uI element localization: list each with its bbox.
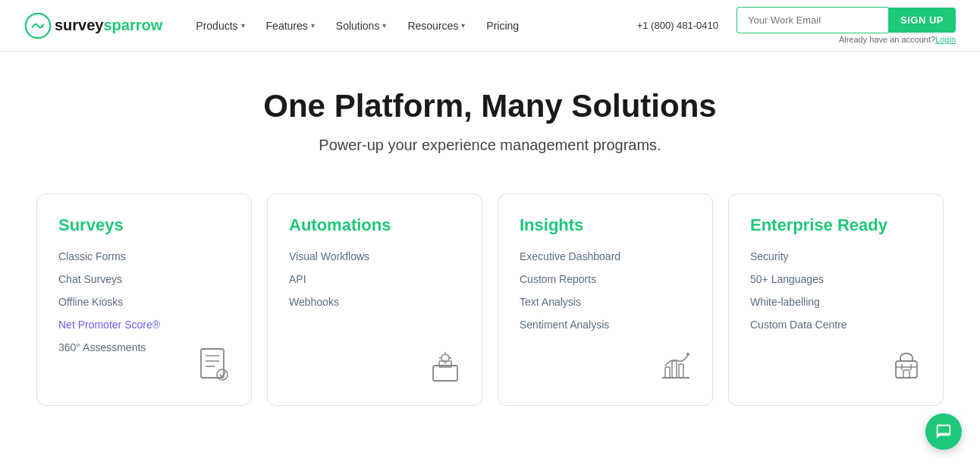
logo-text: surveysparrow	[55, 17, 162, 34]
card-enterprise-title: Enterprise Ready	[750, 215, 922, 235]
chevron-down-icon: ▾	[382, 21, 386, 30]
link-offline-kiosks[interactable]: Offline Kiosks	[58, 296, 230, 308]
link-api[interactable]: API	[289, 273, 460, 285]
card-automations: Automations Visual Workflows API Webhook…	[267, 193, 482, 406]
link-white-labelling[interactable]: White-labelling	[750, 296, 922, 308]
already-account-text: Already have an account?Login	[839, 35, 956, 44]
svg-rect-17	[672, 361, 677, 378]
chevron-down-icon: ▾	[311, 21, 315, 30]
logo[interactable]: surveysparrow	[24, 12, 162, 39]
hero-section: One Platform, Many Solutions Power-up yo…	[0, 52, 980, 181]
navigation: surveysparrow Products ▾ Features ▾ Solu…	[0, 0, 980, 52]
nav-solutions[interactable]: Solutions ▾	[327, 14, 396, 38]
nav-products[interactable]: Products ▾	[187, 14, 253, 38]
login-link[interactable]: Login	[935, 35, 956, 44]
card-automations-links: Visual Workflows API Webhooks	[289, 250, 460, 308]
chevron-down-icon: ▾	[461, 21, 465, 30]
cards-section: Surveys Classic Forms Chat Surveys Offli…	[0, 181, 980, 436]
link-custom-data-centre[interactable]: Custom Data Centre	[750, 319, 922, 331]
card-enterprise-links: Security 50+ Languages White-labelling C…	[750, 250, 922, 331]
card-enterprise: Enterprise Ready Security 50+ Languages …	[728, 193, 944, 406]
card-insights: Insights Executive Dashboard Custom Repo…	[498, 193, 713, 406]
link-chat-surveys[interactable]: Chat Surveys	[58, 273, 230, 285]
card-insights-links: Executive Dashboard Custom Reports Text …	[520, 250, 691, 331]
nav-resources[interactable]: Resources ▾	[398, 14, 474, 38]
nav-features[interactable]: Features ▾	[257, 14, 324, 38]
signup-button[interactable]: SIGN UP	[888, 8, 956, 33]
link-custom-reports[interactable]: Custom Reports	[520, 273, 691, 285]
svg-rect-8	[433, 366, 457, 381]
nav-signup-area: SIGN UP Already have an account?Login	[737, 7, 956, 44]
chat-icon	[935, 423, 952, 436]
card-surveys: Surveys Classic Forms Chat Surveys Offli…	[36, 193, 252, 406]
surveys-icon	[193, 344, 236, 390]
card-automations-title: Automations	[289, 215, 460, 235]
link-sentiment-analysis[interactable]: Sentiment Analysis	[520, 319, 691, 331]
link-classic-forms[interactable]: Classic Forms	[58, 250, 230, 262]
svg-rect-18	[679, 364, 683, 378]
svg-point-19	[686, 353, 689, 356]
link-text-analysis[interactable]: Text Analysis	[520, 296, 691, 308]
enterprise-icon	[885, 344, 928, 390]
email-form: SIGN UP	[737, 7, 956, 33]
hero-title: One Platform, Many Solutions	[15, 88, 965, 124]
card-surveys-links: Classic Forms Chat Surveys Offline Kiosk…	[58, 250, 230, 353]
svg-rect-1	[201, 349, 224, 378]
nav-pricing[interactable]: Pricing	[477, 14, 528, 38]
svg-rect-20	[896, 361, 917, 378]
link-languages[interactable]: 50+ Languages	[750, 273, 922, 285]
card-insights-title: Insights	[520, 215, 691, 235]
phone-number: +1 (800) 481-0410	[637, 20, 718, 31]
svg-rect-24	[903, 370, 909, 378]
card-surveys-title: Surveys	[58, 215, 230, 235]
link-executive-dashboard[interactable]: Executive Dashboard	[520, 250, 691, 262]
email-input[interactable]	[737, 7, 888, 33]
insights-icon	[655, 344, 697, 390]
link-webhooks[interactable]: Webhooks	[289, 296, 460, 308]
link-security[interactable]: Security	[750, 250, 922, 262]
automations-icon	[424, 344, 466, 390]
nav-links: Products ▾ Features ▾ Solutions ▾ Resour…	[187, 14, 636, 38]
hero-subtitle: Power-up your experience management prog…	[15, 137, 965, 154]
link-nps[interactable]: Net Promoter Score®	[58, 319, 230, 331]
chevron-down-icon: ▾	[241, 21, 245, 30]
nav-links-group: Products ▾ Features ▾ Solutions ▾ Resour…	[187, 14, 737, 38]
svg-rect-16	[665, 367, 670, 378]
link-visual-workflows[interactable]: Visual Workflows	[289, 250, 460, 262]
